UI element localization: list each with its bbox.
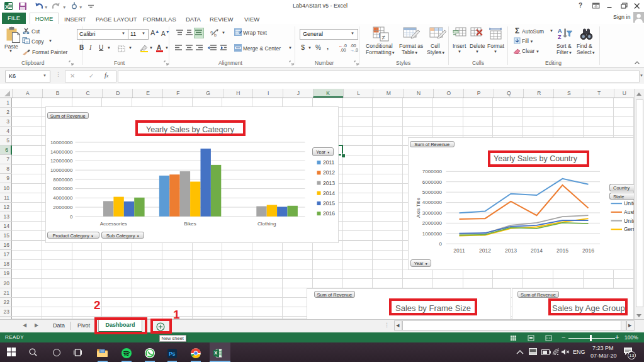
svg-text:X: X — [214, 350, 217, 356]
svg-text:2000000: 2000000 — [53, 204, 73, 210]
svg-text:A: A — [558, 28, 562, 34]
svg-text:7000000: 7000000 — [422, 169, 443, 174]
svg-text:Unite: Unite — [624, 218, 634, 224]
svg-text:Accessories: Accessories — [99, 220, 127, 226]
svg-text:16000000: 16000000 — [50, 139, 72, 145]
svg-text:2013: 2013 — [323, 179, 335, 186]
svg-text:10000000: 10000000 — [50, 167, 72, 173]
svg-text:5000000: 5000000 — [422, 189, 443, 195]
svg-text:Germ: Germ — [624, 226, 634, 232]
svg-text:X: X — [5, 4, 9, 10]
svg-text:4000000: 4000000 — [422, 200, 443, 205]
svg-text:2000000: 2000000 — [422, 220, 443, 226]
svg-text:Unite: Unite — [624, 200, 634, 206]
svg-text:6000000: 6000000 — [53, 186, 73, 191]
svg-text:2016: 2016 — [582, 247, 594, 254]
svg-text:2011: 2011 — [323, 159, 335, 166]
svg-text:6000000: 6000000 — [422, 179, 443, 185]
svg-text:Clothing: Clothing — [257, 220, 276, 226]
svg-text:2015: 2015 — [323, 200, 335, 206]
svg-text:2013: 2013 — [505, 247, 517, 254]
svg-text:2012: 2012 — [479, 247, 491, 254]
svg-text:14000000: 14000000 — [50, 149, 72, 154]
svg-text:2014: 2014 — [531, 247, 543, 254]
svg-text:Axis Title: Axis Title — [415, 197, 421, 218]
svg-text:0: 0 — [70, 213, 73, 219]
svg-text:▼: ▼ — [62, 5, 66, 9]
svg-text:Z: Z — [558, 34, 562, 40]
svg-text:2014: 2014 — [323, 189, 335, 196]
svg-text:b: b — [214, 33, 217, 37]
svg-text:2015: 2015 — [556, 247, 568, 254]
svg-text:0: 0 — [439, 241, 443, 247]
svg-text:4000000: 4000000 — [53, 195, 73, 201]
svg-text:≠: ≠ — [382, 34, 386, 41]
svg-text:8000000: 8000000 — [53, 176, 73, 182]
svg-text:Bikes: Bikes — [184, 220, 196, 226]
svg-text:2012: 2012 — [323, 169, 335, 176]
svg-text:▼: ▼ — [79, 5, 82, 9]
svg-text:a: a — [210, 30, 213, 34]
svg-text:12000000: 12000000 — [50, 158, 72, 164]
svg-text:2016: 2016 — [323, 210, 335, 217]
svg-text:2011: 2011 — [453, 247, 465, 254]
svg-text:▼: ▼ — [44, 5, 48, 9]
svg-text:1000000: 1000000 — [422, 231, 443, 237]
svg-text:Ps: Ps — [169, 351, 176, 357]
svg-text:Austr: Austr — [624, 209, 634, 215]
svg-text:3000000: 3000000 — [422, 210, 443, 216]
